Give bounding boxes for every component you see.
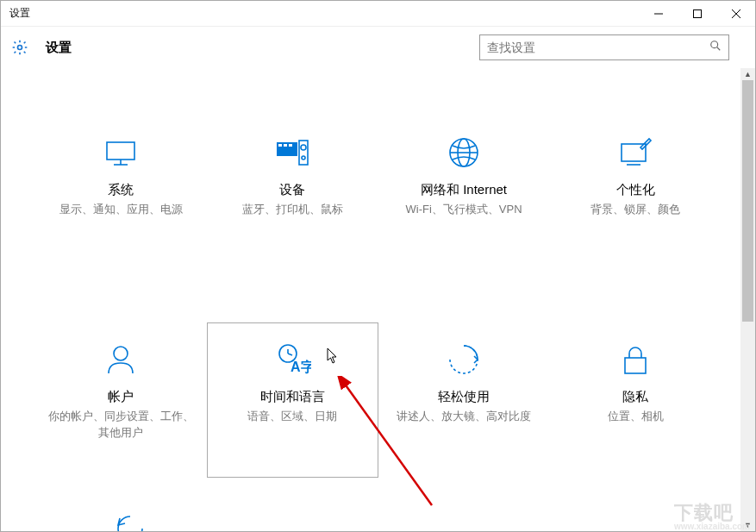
tile-title: 轻松使用 [438, 389, 490, 405]
svg-point-19 [114, 347, 128, 360]
scroll-up-icon[interactable]: ▲ [740, 68, 755, 80]
svg-rect-4 [107, 142, 134, 160]
tile-network[interactable]: 网络和 Internet Wi-Fi、飞行模式、VPN [378, 116, 550, 271]
svg-line-22 [288, 354, 292, 355]
svg-rect-9 [284, 144, 287, 147]
tile-title: 帐户 [108, 389, 134, 405]
svg-rect-8 [278, 144, 282, 147]
svg-point-1 [18, 46, 22, 50]
svg-line-3 [717, 47, 721, 51]
tile-time-language[interactable]: A字 时间和语言 语音、区域、日期 [207, 322, 378, 478]
tile-personalize[interactable]: 个性化 背景、锁屏、颜色 [550, 116, 722, 271]
tile-system[interactable]: 系统 显示、通知、应用、电源 [35, 116, 207, 271]
gear-icon [11, 39, 28, 56]
tile-title: 个性化 [616, 182, 655, 198]
svg-rect-0 [693, 9, 701, 17]
tile-title: 时间和语言 [260, 389, 325, 405]
maximize-button[interactable] [678, 1, 716, 27]
scrollbar-thumb[interactable] [742, 80, 753, 322]
svg-point-2 [711, 41, 718, 48]
tile-title: 隐私 [622, 389, 648, 405]
tile-title: 系统 [108, 182, 134, 198]
search-icon [709, 40, 722, 55]
tile-desc: 语音、区域、日期 [244, 409, 341, 425]
page-title: 设置 [46, 40, 72, 56]
tile-accounts[interactable]: 帐户 你的帐户、同步设置、工作、其他用户 [35, 322, 207, 478]
personalize-icon [616, 134, 654, 172]
tile-ease-of-access[interactable]: 轻松使用 讲述人、放大镜、高对比度 [378, 322, 550, 478]
globe-icon [445, 134, 483, 172]
close-button[interactable] [716, 1, 755, 27]
svg-point-12 [301, 145, 306, 150]
app-header: 设置 [1, 27, 755, 68]
titlebar: 设置 [1, 1, 755, 27]
content-area: 系统 显示、通知、应用、电源 设备 蓝牙、打印机、鼠标 网络和 Internet… [1, 68, 755, 531]
scrollbar[interactable]: ▲ ▼ [740, 68, 755, 531]
tile-desc: 讲述人、放大镜、高对比度 [393, 409, 534, 425]
tile-privacy[interactable]: 隐私 位置、相机 [550, 322, 722, 478]
svg-text:A字: A字 [291, 359, 311, 374]
tile-desc: 背景、锁屏、颜色 [587, 202, 684, 218]
person-icon [102, 341, 140, 379]
tile-desc: 显示、通知、应用、电源 [56, 202, 186, 218]
tile-devices[interactable]: 设备 蓝牙、打印机、鼠标 [207, 116, 378, 271]
svg-rect-11 [299, 141, 308, 165]
tile-title: 设备 [279, 182, 305, 198]
tile-desc: Wi-Fi、飞行模式、VPN [402, 202, 525, 218]
tile-desc: 位置、相机 [604, 409, 667, 425]
search-input[interactable] [487, 41, 709, 54]
watermark: 下载吧 www.xiazaiba.com [674, 504, 750, 531]
devices-icon [273, 134, 311, 172]
tile-desc: 你的帐户、同步设置、工作、其他用户 [45, 409, 197, 441]
update-icon [111, 510, 149, 531]
time-language-icon: A字 [273, 341, 311, 379]
tile-title: 网络和 Internet [421, 182, 507, 198]
ease-icon [445, 341, 483, 379]
tile-desc: 蓝牙、打印机、鼠标 [239, 202, 347, 218]
tile-update[interactable]: 更新和安全 [44, 510, 216, 531]
svg-point-13 [302, 156, 305, 160]
minimize-button[interactable] [639, 1, 678, 27]
lock-icon [616, 341, 654, 379]
display-icon [102, 134, 140, 172]
search-box[interactable] [479, 34, 729, 60]
window-title: 设置 [1, 6, 30, 21]
svg-rect-10 [289, 144, 292, 147]
svg-rect-24 [625, 358, 646, 373]
